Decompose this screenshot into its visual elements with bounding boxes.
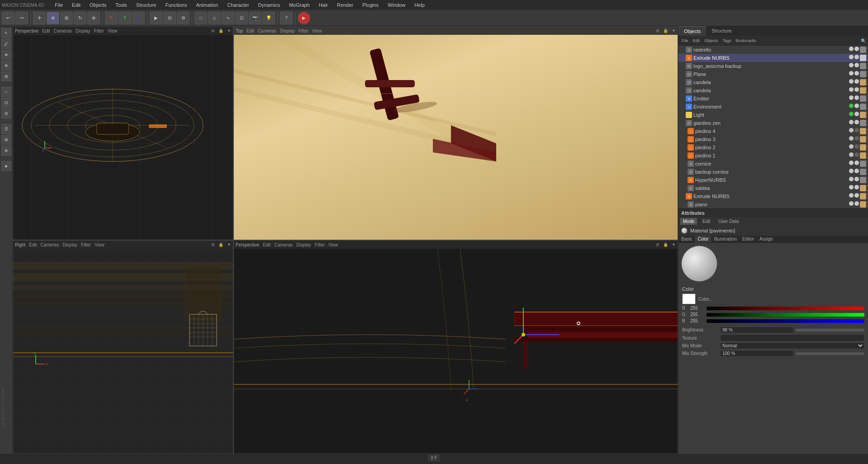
viewport-top[interactable]: Top Edit Cameras Display Filter View ⊞ 🔒… — [233, 26, 678, 240]
side-tool-4[interactable]: ⊗ — [1, 61, 11, 71]
help-btn[interactable]: ? — [280, 12, 293, 24]
obj-backup-cornice[interactable]: ⊡ backup cornice — [678, 168, 868, 176]
menu-render[interactable]: Render — [335, 2, 355, 8]
menu-edit[interactable]: Edit — [70, 2, 82, 8]
tab-structure[interactable]: Structure — [706, 26, 737, 36]
z-axis-btn[interactable]: Z — [132, 12, 145, 24]
vp2-filter[interactable]: Filter — [299, 28, 308, 33]
menu-functions[interactable]: Functions — [164, 2, 189, 8]
transform-btn[interactable]: ⊗ — [87, 12, 100, 24]
attr-tab-edit[interactable]: Edit — [700, 218, 713, 225]
mix-mode-select[interactable]: Normal — [720, 342, 864, 349]
menu-character[interactable]: Character — [225, 2, 251, 8]
vp2-view[interactable]: View — [312, 28, 322, 33]
obj-piedino1[interactable]: △ piedino 1 — [678, 152, 868, 160]
vp4-display[interactable]: Display — [296, 242, 311, 247]
vp3-edit[interactable]: Edit — [29, 242, 37, 247]
nurbs-btn[interactable]: ◇ — [208, 12, 221, 24]
viewport-perspective-top[interactable]: Perspective Edit Cameras Display Filter … — [13, 26, 233, 240]
attr-tab-mode[interactable]: Mode — [680, 218, 697, 225]
vp3-filter[interactable]: Filter — [81, 242, 91, 247]
vp3-lock[interactable]: 🔒 — [218, 242, 223, 247]
menu-plugins[interactable]: Plugins — [360, 2, 380, 8]
obj-piedino3[interactable]: △ piedino 3 — [678, 135, 868, 143]
vp1-edit[interactable]: Edit — [42, 28, 50, 33]
side-tool-12[interactable]: ◈ — [1, 161, 11, 171]
vp1-maximize[interactable]: ⊞ — [211, 28, 215, 33]
obj-tb-tags[interactable]: Tags — [721, 38, 733, 43]
vp4-edit[interactable]: Edit — [263, 242, 270, 247]
objects-list[interactable]: ⊡ rastrello ⊕ Extrude NURBS — [678, 46, 868, 208]
vp3-cameras[interactable]: Cameras — [41, 242, 59, 247]
vp1-cameras[interactable]: Cameras — [53, 28, 72, 33]
cube-btn[interactable]: □ — [194, 12, 207, 24]
mat-tab-basic[interactable]: Basic — [678, 236, 695, 242]
obj-tb-edit[interactable]: Edit — [692, 38, 702, 43]
side-tool-10[interactable]: ⊞ — [1, 135, 11, 145]
viewport-right[interactable]: Right Edit Cameras Display Filter View ⊞… — [13, 240, 233, 454]
side-tool-9[interactable]: ☰ — [1, 124, 11, 134]
green-value[interactable]: 255 — [690, 312, 704, 317]
mat-tab-illumination[interactable]: Illumination — [711, 236, 740, 242]
vp1-menu[interactable]: ▼ — [227, 28, 231, 33]
obj-giardino[interactable]: ⊡ giardino zen — [678, 119, 868, 127]
vp4-cameras[interactable]: Cameras — [274, 242, 293, 247]
blue-value[interactable]: 255 — [690, 318, 704, 323]
red-value[interactable]: 255 — [690, 306, 704, 311]
obj-search[interactable]: 🔍 — [861, 38, 866, 43]
rotate-btn[interactable]: ↻ — [74, 12, 86, 24]
vp4-menu[interactable]: ▼ — [672, 242, 676, 247]
menu-mograph[interactable]: MoGraph — [287, 2, 312, 8]
obj-piano[interactable]: ⊡ piano — [678, 200, 868, 208]
brightness-slider[interactable] — [796, 329, 865, 331]
obj-extrude-nurbs-1[interactable]: ⊕ Extrude NURBS — [678, 54, 868, 62]
vp4-maximize[interactable]: ⊞ — [656, 242, 659, 247]
x-axis-btn[interactable]: X — [105, 12, 118, 24]
paint-tool[interactable]: 🖊 — [1, 39, 11, 49]
vp3-view[interactable]: View — [95, 242, 104, 247]
green-bar[interactable] — [707, 313, 864, 317]
obj-candela-2[interactable]: ⊡ candela — [678, 86, 868, 95]
mat-tab-editor[interactable]: Editor — [740, 236, 757, 242]
obj-rastrello[interactable]: ⊡ rastrello — [678, 46, 868, 54]
tab-objects[interactable]: Objects — [678, 26, 706, 36]
attr-tab-userdata[interactable]: User Data — [716, 218, 741, 225]
obj-logo[interactable]: ⊡ logo_assicma backup — [678, 62, 868, 70]
side-tool-11[interactable]: ⊕ — [1, 146, 11, 156]
live-select-btn[interactable]: ✛ — [33, 12, 46, 24]
render-region-btn[interactable]: ⊟ — [163, 12, 176, 24]
vp4-filter[interactable]: Filter — [315, 242, 325, 247]
vp2-maximize[interactable]: ⊞ — [656, 28, 659, 33]
vp2-cameras[interactable]: Cameras — [258, 28, 276, 33]
obj-environment[interactable]: ⊙ Environment — [678, 103, 868, 111]
selection-tool[interactable]: ↖ — [1, 28, 11, 38]
scale-btn[interactable]: ⊞ — [60, 12, 73, 24]
vp2-lock[interactable]: 🔒 — [663, 28, 668, 33]
vp4-lock[interactable]: 🔒 — [663, 242, 668, 247]
camera-btn[interactable]: 📷 — [249, 12, 261, 24]
render-view-btn[interactable]: ▶ — [298, 12, 310, 24]
obj-tb-bookmarks[interactable]: Bookmarks — [735, 38, 758, 43]
obj-light[interactable]: ☀ Light — [678, 111, 868, 119]
menu-animation[interactable]: Animation — [194, 2, 220, 8]
vp4-view[interactable]: View — [328, 242, 338, 247]
side-tool-8[interactable]: ⊟ — [1, 109, 11, 118]
menu-file[interactable]: File — [53, 2, 65, 8]
obj-candela-1[interactable]: ⊡ candela — [678, 78, 868, 86]
undo-btn[interactable]: ↩ — [2, 12, 14, 24]
texture-field[interactable] — [720, 334, 864, 341]
menu-objects[interactable]: Objects — [88, 2, 108, 8]
menu-dynamics[interactable]: Dynamics — [256, 2, 282, 8]
menu-tools[interactable]: Tools — [114, 2, 129, 8]
obj-cornice[interactable]: ⊡ cornice — [678, 160, 868, 168]
render-btn[interactable]: ▶ — [150, 12, 162, 24]
spline-btn[interactable]: ∿ — [222, 12, 234, 24]
vp3-menu[interactable]: ▼ — [227, 242, 231, 247]
vp1-filter[interactable]: Filter — [94, 28, 104, 33]
obj-extrude-nurbs-2[interactable]: ⊕ Extrude NURBS — [678, 192, 868, 200]
blue-bar[interactable] — [707, 319, 864, 323]
side-tool-6[interactable]: ↔ — [1, 87, 11, 97]
vp1-display[interactable]: Display — [76, 28, 90, 33]
side-tool-7[interactable]: ⊡ — [1, 98, 11, 108]
vp2-menu[interactable]: ▼ — [672, 28, 676, 33]
